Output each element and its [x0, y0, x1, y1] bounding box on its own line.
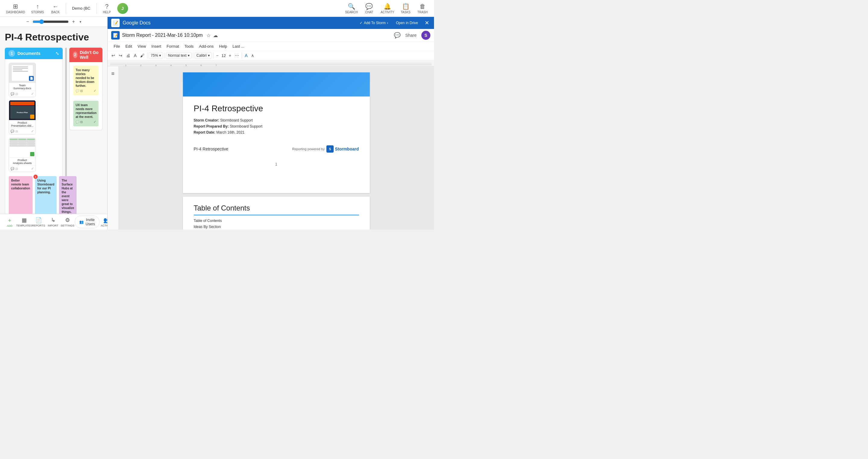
gdocs-font-decrease-button[interactable]: −: [215, 52, 220, 59]
bottom-import-button[interactable]: ↳ IMPORT: [46, 216, 60, 228]
zoom-out-button[interactable]: −: [25, 19, 31, 25]
zoom-in-button[interactable]: +: [70, 19, 76, 25]
comment-icon[interactable]: 💬: [394, 32, 401, 38]
doc-card-actions-team-summary: 💬 ⊟ ✓: [9, 90, 36, 97]
doc-card-product-analysis[interactable]: Product Analysis.sheets 💬 ⊟ ✓: [9, 138, 36, 172]
right-panel: 📝 Google Docs ✓ Add To Storm › Open in D…: [107, 17, 434, 229]
stickies-row-2: Better remote team collaboration 💬 ⊟ ✓ 1…: [9, 176, 59, 214]
nav-activity[interactable]: 🔔 ACTIVITY: [378, 1, 397, 15]
gdocs-add-to-storm-button[interactable]: ✓ Add To Storm ›: [357, 20, 390, 26]
nav-dashboard[interactable]: ⊞ DASHBOARD: [4, 1, 27, 15]
sticky-surface-hubs[interactable]: The Surface Hubs at the event were great…: [59, 176, 76, 214]
nav-storms[interactable]: ↑ STORMS: [29, 2, 46, 15]
nav-search[interactable]: 🔍 SEARCH: [343, 1, 360, 15]
zoom-slider[interactable]: [33, 19, 69, 24]
bottom-reports-button[interactable]: 📄 REPORTS: [31, 216, 46, 228]
svg-text:3: 3: [155, 64, 157, 67]
star-icon[interactable]: ☆: [207, 33, 211, 38]
gdocs-font-select[interactable]: Calibri ▾: [194, 53, 212, 58]
gdocs-preparedby-value: Stormboard Support: [230, 124, 262, 128]
gdocs-menubar: File Edit View Insert Format Tools Add-o…: [107, 42, 434, 51]
doc-card-team-summary[interactable]: 📄 Team Summary.docs 💬 ⊟ ✓: [9, 63, 36, 97]
doc-comment-icon[interactable]: 💬: [10, 92, 14, 95]
sticky-too-many-stories[interactable]: Too many stories needed to be broken dow…: [73, 66, 98, 95]
gdocs-collapse-button[interactable]: ∧: [250, 52, 255, 59]
trash-icon: 🗑: [420, 3, 426, 10]
gdocs-zoom-select[interactable]: 75% ▾: [149, 53, 163, 58]
gdocs-font-increase-button[interactable]: +: [227, 52, 233, 59]
sticky-ux-team[interactable]: UX team needs more representation at the…: [73, 101, 98, 126]
invite-users-button[interactable]: 👥 Invite Users: [75, 216, 99, 228]
ux-attach-icon[interactable]: ⊟: [80, 120, 83, 124]
import-icon: ↳: [51, 217, 56, 224]
doc-check-icon[interactable]: ✓: [31, 92, 34, 96]
nav-tasks[interactable]: 📋 TASKS: [398, 1, 413, 15]
gdocs-menu-file[interactable]: File: [111, 43, 122, 50]
stormboard-logo-text: Stormboard: [335, 147, 359, 151]
nav-chat[interactable]: 💬 CHAT: [361, 1, 377, 15]
zoom-dropdown[interactable]: ▾: [79, 19, 83, 24]
gdocs-spellcheck-button[interactable]: A: [132, 52, 138, 59]
sticky-stormboard-pi[interactable]: 1 Using Stormboard for our PI planning. …: [35, 176, 57, 214]
bottom-add-button[interactable]: ＋ ADD: [2, 215, 17, 229]
gdocs-menu-view[interactable]: View: [135, 43, 148, 50]
sheet-cell: [10, 143, 18, 144]
gdocs-user-avatar[interactable]: S: [421, 31, 430, 40]
sheet-row-3: [10, 143, 35, 144]
sticky-better-remote[interactable]: Better remote team collaboration 💬 ⊟ ✓: [9, 176, 33, 214]
gdocs-style-select[interactable]: Normal text ▾: [166, 53, 191, 58]
gdocs-menu-last[interactable]: Last ...: [230, 43, 247, 50]
outline-icon[interactable]: ≡: [110, 69, 116, 79]
gdocs-close-button[interactable]: ✕: [424, 19, 430, 27]
analysis-comment-icon[interactable]: 💬: [10, 167, 14, 170]
zoom-bar: − + ▾: [0, 17, 107, 27]
nav-help[interactable]: ? HELP: [99, 2, 115, 15]
gdocs-paintformat-button[interactable]: 🖌: [138, 52, 146, 59]
gdocs-open-in-drive-button[interactable]: Open in Drive: [394, 20, 421, 26]
cloud-icon[interactable]: ☁: [213, 33, 218, 38]
gdocs-menu-addons[interactable]: Add-ons: [196, 43, 216, 50]
presentation-attach-icon[interactable]: ⊟: [16, 130, 18, 133]
section-didnt-go-well-header: 2 Didn't Go Well: [69, 48, 102, 62]
gdocs-share-button[interactable]: Share: [403, 32, 419, 39]
bottom-settings-button[interactable]: ⚙ SETTINGS: [60, 216, 75, 228]
gdocs-menu-edit[interactable]: Edit: [123, 43, 134, 50]
doc-card-thumb-team-summary: 📄: [9, 63, 36, 83]
gdocs-creator-line: Storm Creator: Stormboard Support: [194, 118, 359, 122]
sheet-cell: [27, 138, 35, 140]
bottom-actions-button[interactable]: 👥 ACTIONS: [99, 216, 107, 228]
nav-trash[interactable]: 🗑 TRASH: [415, 2, 430, 15]
gdocs-doc-area[interactable]: PI-4 Retrospective Storm Creator: Stormb…: [119, 66, 434, 229]
gdocs-redo-button[interactable]: ↪: [117, 52, 124, 59]
too-many-comment-icon[interactable]: 💬: [76, 89, 79, 93]
ux-comment-icon[interactable]: 💬: [76, 120, 79, 124]
presentation-comment-icon[interactable]: 💬: [10, 130, 14, 133]
gdocs-text-color-button[interactable]: A: [243, 52, 249, 59]
gdocs-menu-format[interactable]: Format: [164, 43, 181, 50]
gdocs-powered-by: Reporting powered by S Stormboard: [292, 145, 359, 152]
nav-back[interactable]: ← BACK: [48, 2, 63, 15]
bottom-templates-button[interactable]: ▦ TEMPLATES: [17, 216, 31, 228]
sheet-row-1: [10, 138, 35, 140]
gdocs-menu-insert[interactable]: Insert: [149, 43, 164, 50]
gdocs-doc-title[interactable]: Storm Report - 2021-Mar-16 10:10pm: [122, 33, 203, 38]
section-documents-expand-icon[interactable]: ⤡: [56, 51, 59, 56]
gdocs-undo-button[interactable]: ↩: [110, 52, 117, 59]
doc-card-product-presentation[interactable]: Product Plan Product Presentation.slid..…: [9, 100, 36, 135]
user-avatar[interactable]: J: [117, 3, 128, 14]
doc-attach-icon[interactable]: ⊟: [16, 92, 18, 95]
toolbar-divider-4: [213, 53, 213, 58]
too-many-attach-icon[interactable]: ⊟: [80, 89, 83, 93]
presentation-check-icon[interactable]: ✓: [31, 129, 34, 133]
gdocs-menu-help[interactable]: Help: [217, 43, 230, 50]
gdocs-print-button[interactable]: 🖨: [124, 52, 132, 59]
analysis-check-icon[interactable]: ✓: [31, 167, 34, 171]
gdocs-menu-tools[interactable]: Tools: [182, 43, 196, 50]
gdocs-more-button[interactable]: ⋯: [233, 52, 241, 59]
ux-check-icon[interactable]: ✓: [93, 120, 96, 124]
too-many-check-icon[interactable]: ✓: [93, 89, 96, 93]
analysis-attach-icon[interactable]: ⊟: [16, 167, 18, 170]
gdocs-logo: 📝: [111, 19, 120, 27]
svg-text:4: 4: [170, 64, 172, 67]
main-area: − + ▾ PI-4 Retrospective 1 Documents ⤡: [0, 17, 434, 229]
